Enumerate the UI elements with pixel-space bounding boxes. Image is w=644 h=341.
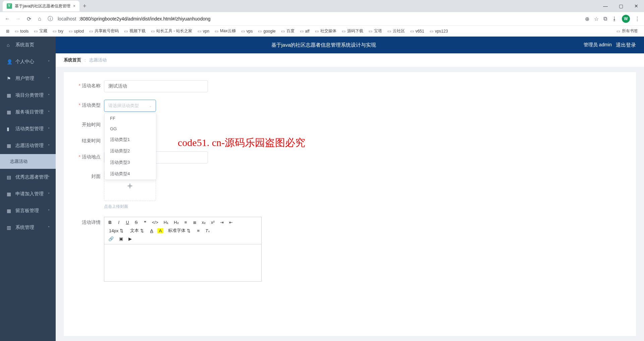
all-bookmarks[interactable]: ▭所有书签	[614, 27, 640, 35]
sup-button[interactable]: x²	[210, 219, 216, 226]
code-button[interactable]: </>	[151, 219, 160, 226]
chevron-down-icon: ˅	[48, 209, 50, 213]
sidebar-item-10[interactable]: ▥系统管理˅	[0, 219, 56, 236]
dropdown-option[interactable]: 活动类型4	[105, 168, 156, 180]
sidebar-item-9[interactable]: ▦留言板管理˅	[0, 202, 56, 219]
url-bar: ← → ⟳ ⌂ ⓘ localhost:8080/springboote2y4d…	[0, 12, 644, 26]
quote-button[interactable]: ❝	[142, 219, 148, 226]
bookmark-item[interactable]: ▭共享账号密码	[87, 27, 121, 35]
apps-icon[interactable]: ⊞	[4, 28, 11, 35]
fontsize-select[interactable]: 14px ⇅	[107, 228, 125, 234]
bgcolor-button[interactable]: A	[157, 228, 163, 233]
bookmark-item[interactable]: ▭v651	[408, 27, 426, 35]
strike-button[interactable]: S	[133, 219, 139, 226]
dropdown-option[interactable]: 活动类型5	[105, 180, 156, 180]
flag-icon: ⚑	[7, 76, 12, 81]
underline-button[interactable]: U	[124, 219, 130, 226]
window-controls: — ▢ ✕	[598, 0, 644, 12]
bold-button[interactable]: B	[107, 219, 113, 226]
close-window-button[interactable]: ✕	[629, 0, 644, 12]
translate-icon[interactable]: ⊕	[585, 16, 589, 22]
chevron-down-icon: ˅	[48, 176, 50, 179]
italic-button[interactable]: I	[116, 219, 122, 226]
h1-button[interactable]: H₁	[162, 219, 170, 226]
extensions-icon[interactable]: ⧉	[603, 16, 607, 22]
clear-button[interactable]: Tₓ	[204, 228, 211, 234]
sidebar-item-1[interactable]: 👤个人中心˅	[0, 53, 56, 70]
bookmark-item[interactable]: ▭宝塔	[367, 27, 384, 35]
logout-link[interactable]: 退出登录	[616, 42, 636, 48]
editor-body[interactable]	[104, 244, 261, 281]
dropdown-option[interactable]: 活动类型1	[105, 134, 156, 145]
bookmark-item[interactable]: ▭tools	[13, 27, 31, 35]
breadcrumb-home[interactable]: 系统首页	[64, 57, 81, 63]
ul-button[interactable]: ≣	[192, 219, 198, 226]
bookmark-item[interactable]: ▭视频下载	[122, 27, 148, 35]
info-icon[interactable]: ⓘ	[47, 15, 54, 22]
bookmark-item[interactable]: ▭google	[256, 27, 277, 35]
grid-icon: ▦	[7, 208, 12, 213]
main: 基于java的社区志愿者信息管理系统设计与实现 管理员 admin 退出登录 系…	[56, 37, 644, 341]
reload-button[interactable]: ⟳	[25, 16, 32, 22]
browser-tab[interactable]: 基于java的社区志愿者信息管理 ×	[3, 1, 79, 11]
grid-icon: ▦	[7, 191, 12, 197]
font-select[interactable]: 标准字体 ⇅	[166, 227, 193, 234]
download-icon[interactable]: ⭳	[612, 16, 617, 22]
menu-icon[interactable]: ⋮	[635, 16, 640, 22]
chevron-down-icon: ˅	[48, 192, 50, 196]
activity-name-input[interactable]	[104, 80, 208, 92]
bookmark-item[interactable]: ▭vps	[239, 27, 255, 35]
sidebar-item-3[interactable]: ▦项目分类管理˅	[0, 87, 56, 104]
star-icon[interactable]: ☆	[594, 16, 599, 22]
sidebar-item-8[interactable]: ▦申请加入管理˅	[0, 186, 56, 202]
bookmark-item[interactable]: ▭txy	[51, 27, 65, 35]
bookmark-item[interactable]: ▭Max云梯	[213, 27, 238, 35]
sidebar-item-2[interactable]: ⚑用户管理˅	[0, 70, 56, 87]
upload-hint: 点击上传封面	[104, 204, 156, 209]
format-select[interactable]: 文本 ⇅	[128, 227, 146, 234]
sidebar-item-0[interactable]: ⌂系统首页	[0, 37, 56, 53]
outdent-button[interactable]: ⇤	[228, 219, 234, 226]
home-button[interactable]: ⌂	[36, 16, 43, 22]
sub-button[interactable]: x₂	[201, 219, 207, 226]
indent-button[interactable]: ⇥	[219, 219, 225, 226]
bookmark-item[interactable]: ▭百度	[279, 27, 297, 35]
bookmark-item[interactable]: ▭源码下载	[340, 27, 365, 35]
sidebar-sub-active[interactable]: 志愿活动	[0, 154, 56, 169]
bookmark-item[interactable]: ▭社交媒体	[313, 27, 338, 35]
bookmark-item[interactable]: ▭站长工具 - 站长之家	[149, 27, 194, 35]
bookmark-item[interactable]: ▭aff	[298, 27, 312, 35]
video-button[interactable]: ▶	[127, 236, 133, 242]
bookmark-item[interactable]: ▭uplod	[67, 27, 86, 35]
minimize-button[interactable]: —	[598, 0, 613, 12]
sidebar-item-7[interactable]: ▤优秀志愿者管理˅	[0, 169, 56, 186]
dropdown-option[interactable]: FF	[105, 113, 156, 124]
maximize-button[interactable]: ▢	[613, 0, 629, 12]
align-button[interactable]: ≡	[195, 228, 201, 234]
address-bar[interactable]: localhost:8080/springboote2y4d/admin/dis…	[58, 16, 581, 21]
close-icon[interactable]: ×	[73, 4, 75, 8]
new-tab-button[interactable]: +	[79, 3, 90, 10]
profile-avatar[interactable]: W	[622, 15, 630, 23]
link-button[interactable]: 🔗	[107, 236, 115, 242]
activity-type-select[interactable]: 请选择活动类型 ⌄ ↖ FFGG活动类型1活动类型2活动类型3活动类型4活动类型…	[104, 100, 156, 112]
bookmark-item[interactable]: ▭云社区	[385, 27, 407, 35]
h2-button[interactable]: H₂	[172, 219, 180, 226]
color-button[interactable]: A	[149, 228, 155, 234]
chevron-down-icon: ˅	[48, 226, 50, 230]
user-info: 管理员 admin	[584, 42, 612, 48]
bookmark-item[interactable]: ▭vps123	[428, 27, 450, 35]
back-button[interactable]: ←	[4, 16, 11, 22]
bookmark-item[interactable]: ▭宝藏	[32, 27, 49, 35]
sidebar-item-5[interactable]: ▮活动类型管理˅	[0, 120, 56, 137]
dropdown-option[interactable]: 活动类型2	[105, 145, 156, 157]
dropdown-option[interactable]: 活动类型3	[105, 157, 156, 168]
bars-icon: ▥	[7, 225, 12, 230]
bookmark-item[interactable]: ▭vpn	[196, 27, 211, 35]
ol-button[interactable]: ≡	[183, 219, 189, 226]
image-button[interactable]: ▣	[118, 236, 124, 242]
forward-button[interactable]: →	[15, 16, 21, 22]
sidebar-item-6[interactable]: ▦志愿活动管理˄	[0, 137, 56, 154]
dropdown-option[interactable]: GG	[105, 124, 156, 134]
sidebar-item-4[interactable]: ▦服务项目管理˅	[0, 104, 56, 120]
